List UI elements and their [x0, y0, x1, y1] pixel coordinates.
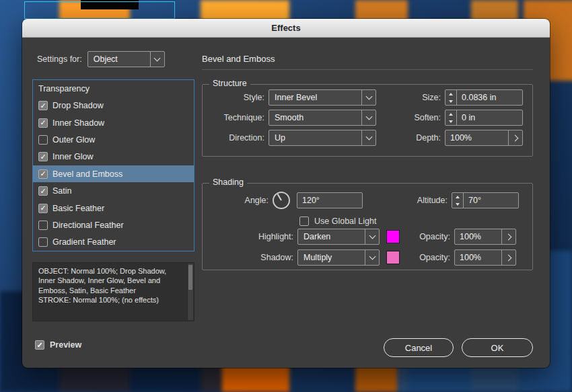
structure-row-direction: Direction: Up Depth: 100% — [203, 130, 532, 146]
shadow-opacity-field[interactable]: 100% — [454, 249, 516, 266]
list-item[interactable]: Bevel and Emboss — [33, 165, 194, 182]
highlight-opacity-value[interactable]: 100% — [455, 232, 501, 241]
list-item[interactable]: Basic Feather — [33, 200, 194, 217]
preview-label: Preview — [50, 340, 81, 350]
effects-dialog: Effects Settings for: Object Bevel and E… — [22, 19, 550, 368]
angle-dial[interactable] — [273, 192, 290, 209]
summary-stroke-line: STROKE: Normal 100%; (no effects) — [38, 295, 183, 305]
soften-stepper[interactable] — [445, 110, 457, 125]
list-item[interactable]: Inner Glow — [33, 149, 194, 165]
preview-row: Preview — [35, 340, 81, 350]
style-dropdown[interactable]: Inner Bevel — [269, 89, 376, 106]
effect-label: Transparency — [38, 84, 90, 93]
ok-button[interactable]: OK — [462, 338, 533, 357]
stepper-up-icon[interactable] — [445, 110, 456, 118]
shadow-color-swatch[interactable] — [386, 251, 400, 264]
shadow-mode-dropdown[interactable]: Multiply — [297, 249, 380, 266]
size-stepper[interactable] — [445, 90, 457, 105]
direction-value: Up — [269, 133, 361, 143]
effects-list: TransparencyDrop ShadowInner ShadowOuter… — [32, 79, 194, 251]
structure-legend: Structure — [209, 79, 250, 88]
angle-value[interactable]: 120° — [297, 196, 362, 205]
depth-value[interactable]: 100% — [445, 133, 508, 143]
cancel-button[interactable]: Cancel — [384, 338, 454, 357]
effect-label: Gradient Feather — [52, 237, 116, 247]
list-item[interactable]: Outer Glow — [33, 131, 194, 148]
effect-label: Drop Shadow — [52, 101, 104, 110]
effect-checkbox[interactable] — [38, 118, 48, 128]
shading-group: Shading Angle: 120° Altitude: 70° Use Gl… — [202, 183, 533, 270]
chevron-down-icon — [365, 250, 379, 265]
list-item[interactable]: Drop Shadow — [33, 97, 194, 114]
chevron-right-icon[interactable] — [508, 130, 522, 145]
technique-label: Technique: — [207, 113, 264, 122]
settings-for-dropdown[interactable]: Object — [87, 51, 165, 67]
stepper-down-icon[interactable] — [445, 118, 456, 125]
selection-frame — [24, 1, 175, 19]
soften-label: Soften: — [414, 113, 441, 122]
stepper-down-icon[interactable] — [452, 200, 463, 208]
effect-checkbox[interactable] — [38, 135, 48, 145]
preview-checkbox[interactable] — [35, 340, 44, 350]
shadow-opacity-value[interactable]: 100% — [455, 253, 501, 262]
list-item[interactable]: Gradient Feather — [33, 234, 194, 251]
dialog-titlebar[interactable]: Effects — [22, 19, 550, 38]
highlight-opacity-field[interactable]: 100% — [454, 229, 516, 245]
effect-label: Inner Glow — [52, 152, 93, 161]
altitude-value[interactable]: 70° — [464, 196, 518, 205]
use-global-light-checkbox[interactable] — [299, 217, 309, 226]
chevron-down-icon — [361, 90, 376, 105]
effect-checkbox[interactable] — [38, 221, 48, 230]
soften-value[interactable]: 0 in — [457, 113, 522, 122]
settings-for-label: Settings for: — [37, 54, 82, 64]
stepper-up-icon[interactable] — [445, 90, 456, 97]
highlight-mode-dropdown[interactable]: Darken — [297, 229, 380, 245]
technique-dropdown[interactable]: Smooth — [269, 110, 376, 126]
list-item[interactable]: Inner Shadow — [33, 114, 194, 131]
effects-summary: OBJECT: Normal 100%; Drop Shadow, Inner … — [32, 262, 194, 321]
chevron-right-icon[interactable] — [501, 250, 515, 265]
effect-checkbox[interactable] — [38, 237, 48, 247]
depth-field[interactable]: 100% — [445, 130, 523, 146]
list-header-transparency[interactable]: Transparency — [33, 80, 194, 97]
shading-row-global-light: Use Global Light — [203, 213, 532, 229]
chevron-right-icon[interactable] — [501, 229, 515, 244]
use-global-light-label: Use Global Light — [314, 217, 376, 226]
effect-checkbox[interactable] — [38, 152, 48, 161]
scrollbar-thumb[interactable] — [188, 265, 192, 290]
altitude-field[interactable]: 70° — [452, 192, 519, 208]
altitude-stepper[interactable] — [452, 193, 464, 208]
technique-value: Smooth — [269, 113, 361, 122]
effect-label: Directional Feather — [52, 221, 124, 230]
structure-row-technique: Technique: Smooth Soften: 0 in — [203, 110, 532, 126]
chevron-down-icon — [361, 130, 376, 145]
settings-for-row: Settings for: Object — [37, 51, 165, 67]
angle-field[interactable]: 120° — [297, 192, 363, 208]
summary-scrollbar[interactable] — [187, 264, 193, 320]
shadow-opacity-label: Opacity: — [419, 253, 450, 262]
effect-label: Bevel and Emboss — [52, 169, 122, 179]
highlight-mode-value: Darken — [298, 232, 365, 241]
highlight-opacity-label: Opacity: — [419, 232, 450, 241]
soften-field[interactable]: 0 in — [445, 110, 523, 126]
style-label: Style: — [207, 93, 264, 102]
size-value[interactable]: 0.0836 in — [457, 93, 522, 102]
stepper-down-icon[interactable] — [445, 97, 456, 105]
size-label: Size: — [422, 93, 441, 102]
size-field[interactable]: 0.0836 in — [445, 89, 523, 106]
shading-row-shadow: Shadow: Multiply Opacity: 100% — [203, 249, 532, 266]
shading-row-angle: Angle: 120° Altitude: 70° — [203, 192, 532, 208]
effect-checkbox[interactable] — [38, 186, 48, 196]
summary-object-line: OBJECT: Normal 100%; Drop Shadow, Inner … — [38, 266, 183, 295]
list-item[interactable]: Satin — [33, 182, 194, 199]
structure-group: Structure Style: Inner Bevel Size: 0.083… — [202, 84, 533, 157]
shading-legend: Shading — [209, 178, 247, 187]
direction-dropdown[interactable]: Up — [269, 130, 376, 146]
effect-checkbox[interactable] — [38, 101, 48, 110]
effect-checkbox[interactable] — [38, 204, 48, 213]
highlight-label: Highlight: — [207, 232, 293, 241]
stepper-up-icon[interactable] — [452, 193, 463, 200]
list-item[interactable]: Directional Feather — [33, 217, 194, 233]
highlight-color-swatch[interactable] — [386, 230, 400, 243]
effect-checkbox[interactable] — [38, 169, 48, 179]
